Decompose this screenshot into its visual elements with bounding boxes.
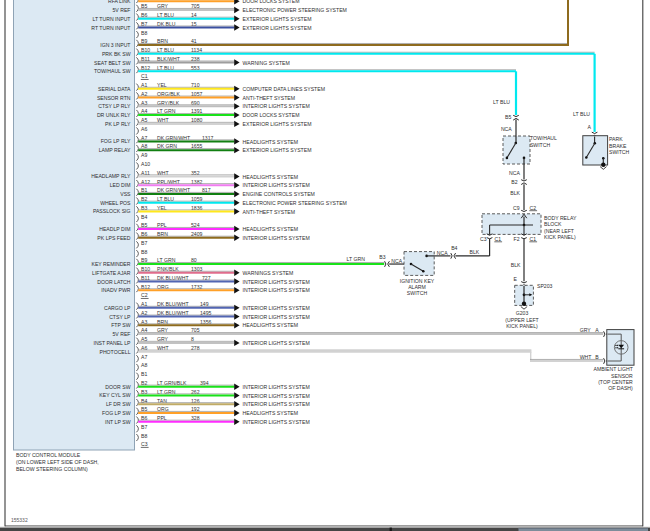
svg-text:INTERIOR LIGHTS SYSTEM: INTERIOR LIGHTS SYSTEM: [243, 103, 310, 109]
svg-text:A10: A10: [141, 161, 150, 167]
svg-text:INTERIOR LIGHTS SYSTEM: INTERIOR LIGHTS SYSTEM: [243, 393, 310, 399]
svg-text:B4: B4: [451, 245, 457, 251]
svg-text:HEADLIGHTS SYSTEM: HEADLIGHTS SYSTEM: [243, 226, 298, 232]
svg-text:C2: C2: [530, 205, 537, 211]
svg-text:EXTERIOR LIGHTS SYSTEM: EXTERIOR LIGHTS SYSTEM: [243, 16, 312, 22]
svg-text:RFA LINK: RFA LINK: [108, 0, 131, 4]
svg-text:(NEAR LEFT: (NEAR LEFT: [544, 228, 575, 234]
svg-text:F2: F2: [514, 236, 520, 242]
svg-text:FOG LP RLY: FOG LP RLY: [101, 138, 131, 144]
svg-text:EXTERIOR LIGHTS SYSTEM: EXTERIOR LIGHTS SYSTEM: [243, 25, 312, 31]
svg-text:C3: C3: [141, 441, 148, 447]
svg-text:SWITCH: SWITCH: [530, 142, 551, 148]
svg-text:NCA: NCA: [509, 170, 520, 176]
svg-text:SWITCH: SWITCH: [407, 290, 428, 296]
svg-text:IGNITION KEY: IGNITION KEY: [400, 278, 435, 284]
svg-text:BLK: BLK: [511, 262, 521, 268]
svg-text:HEADLIGHTS SYSTEM: HEADLIGHTS SYSTEM: [243, 322, 298, 328]
svg-text:A7: A7: [141, 354, 147, 360]
svg-text:(ON LOWER LEFT SIDE OF DASH,: (ON LOWER LEFT SIDE OF DASH,: [16, 459, 99, 465]
svg-text:(UPPER LEFT: (UPPER LEFT: [505, 317, 539, 323]
svg-text:CARGO LP: CARGO LP: [104, 305, 131, 311]
svg-text:B3: B3: [379, 254, 385, 260]
svg-text:B8: B8: [141, 30, 147, 36]
svg-text:BODY RELAY: BODY RELAY: [544, 215, 577, 221]
svg-text:KICK PANEL): KICK PANEL): [506, 323, 538, 329]
svg-text:B7: B7: [141, 424, 147, 430]
svg-text:INTERIOR LIGHTS SYSTEM: INTERIOR LIGHTS SYSTEM: [243, 384, 310, 390]
svg-text:VSS: VSS: [120, 191, 131, 197]
svg-text:LIFTGATE AJAR: LIFTGATE AJAR: [92, 270, 131, 276]
svg-text:INT LP SW: INT LP SW: [105, 419, 131, 425]
svg-text:GRY: GRY: [580, 327, 592, 333]
svg-text:BLK: BLK: [510, 190, 520, 196]
svg-text:A: A: [595, 327, 599, 333]
svg-text:WHT: WHT: [580, 354, 593, 360]
svg-text:PK LP RLY: PK LP RLY: [105, 121, 131, 127]
svg-text:DR UNLK RLY: DR UNLK RLY: [97, 112, 131, 118]
svg-text:INTERIOR LIGHTS SYSTEM: INTERIOR LIGHTS SYSTEM: [243, 182, 310, 188]
svg-text:ELECTRONIC POWER STEERING SYST: ELECTRONIC POWER STEERING SYSTEM: [243, 7, 347, 13]
svg-text:NCA: NCA: [391, 258, 402, 264]
svg-text:INTERIOR LIGHTS SYSTEM: INTERIOR LIGHTS SYSTEM: [243, 287, 310, 293]
svg-text:EXTERIOR LIGHTS SYSTEM: EXTERIOR LIGHTS SYSTEM: [243, 147, 312, 153]
svg-text:LT GRN: LT GRN: [347, 256, 366, 262]
svg-text:HEADLAMP RLY: HEADLAMP RLY: [91, 173, 131, 179]
svg-text:INADV PWR: INADV PWR: [101, 287, 130, 293]
svg-text:A9: A9: [141, 152, 147, 158]
svg-text:ANTI-THEFT SYSTEM: ANTI-THEFT SYSTEM: [243, 95, 295, 101]
svg-text:PASSLOCK SIG: PASSLOCK SIG: [93, 208, 131, 214]
svg-text:WARNING SYSTEM: WARNING SYSTEM: [243, 60, 290, 66]
svg-text:FTP SW: FTP SW: [111, 322, 130, 328]
svg-text:IGN 3 INPUT: IGN 3 INPUT: [100, 42, 131, 48]
svg-text:CTSY LP: CTSY LP: [109, 314, 131, 320]
svg-text:PRK BK SW: PRK BK SW: [102, 51, 131, 57]
svg-text:C3: C3: [480, 236, 487, 242]
svg-text:LT BLU: LT BLU: [573, 111, 590, 117]
svg-text:RT TURN INPUT: RT TURN INPUT: [91, 25, 131, 31]
svg-text:B7: B7: [141, 240, 147, 246]
svg-text:SENSOR RTN: SENSOR RTN: [97, 95, 131, 101]
svg-text:SEAT BELT SW: SEAT BELT SW: [94, 60, 131, 66]
svg-text:INTERIOR LIGHTS SYSTEM: INTERIOR LIGHTS SYSTEM: [243, 340, 310, 346]
svg-text:PARK: PARK: [609, 136, 623, 142]
svg-text:HEADLIGHTS SYSTEM: HEADLIGHTS SYSTEM: [243, 410, 298, 416]
svg-text:(TOP CENTER: (TOP CENTER: [598, 379, 633, 385]
svg-text:LED DIM: LED DIM: [110, 182, 131, 188]
svg-text:155332: 155332: [11, 517, 28, 523]
svg-text:C2: C2: [141, 292, 148, 298]
svg-text:INTERIOR LIGHTS SYSTEM: INTERIOR LIGHTS SYSTEM: [243, 235, 310, 241]
svg-text:5V REF: 5V REF: [113, 7, 131, 13]
svg-text:B5: B5: [505, 114, 511, 120]
svg-text:A8: A8: [141, 362, 147, 368]
svg-text:BODY CONTROL MODULE: BODY CONTROL MODULE: [16, 452, 81, 458]
svg-text:INTERIOR LIGHTS SYSTEM: INTERIOR LIGHTS SYSTEM: [243, 419, 310, 425]
svg-text:C1: C1: [530, 236, 537, 242]
svg-text:KICK PANEL): KICK PANEL): [544, 234, 576, 240]
svg-text:INTERIOR LIGHTS SYSTEM: INTERIOR LIGHTS SYSTEM: [243, 401, 310, 407]
svg-text:DOOR LOCKS SYSTEM: DOOR LOCKS SYSTEM: [243, 112, 300, 118]
svg-text:PHOTOCELL: PHOTOCELL: [99, 349, 130, 355]
svg-text:C9: C9: [513, 205, 520, 211]
svg-text:LT BLU: LT BLU: [493, 99, 510, 105]
svg-text:TOW/HAUL: TOW/HAUL: [530, 135, 557, 141]
svg-text:TOW/HAUL SW: TOW/HAUL SW: [94, 68, 131, 74]
svg-text:SERIAL DATA: SERIAL DATA: [98, 86, 131, 92]
svg-text:G203: G203: [516, 310, 529, 316]
svg-text:OF DASH): OF DASH): [608, 385, 633, 391]
svg-text:A6: A6: [141, 126, 147, 132]
svg-text:INTERIOR LIGHTS SYSTEM: INTERIOR LIGHTS SYSTEM: [243, 314, 310, 320]
svg-text:NCA: NCA: [501, 126, 512, 132]
svg-text:B8: B8: [141, 433, 147, 439]
svg-text:BLK: BLK: [470, 249, 480, 255]
svg-text:PK LPS FEED: PK LPS FEED: [97, 235, 130, 241]
svg-text:INTERIOR LIGHTS SYSTEM: INTERIOR LIGHTS SYSTEM: [243, 279, 310, 285]
svg-text:CTSY LP RLY: CTSY LP RLY: [98, 103, 131, 109]
svg-text:FOG LP SW: FOG LP SW: [102, 410, 131, 416]
svg-text:B2: B2: [511, 179, 517, 185]
svg-text:SP203: SP203: [537, 283, 553, 289]
svg-text:BRAKE: BRAKE: [609, 143, 627, 149]
svg-text:B1: B1: [141, 371, 147, 377]
svg-text:E: E: [514, 276, 518, 282]
svg-text:ANTI-THEFT SYSTEM: ANTI-THEFT SYSTEM: [243, 209, 295, 215]
